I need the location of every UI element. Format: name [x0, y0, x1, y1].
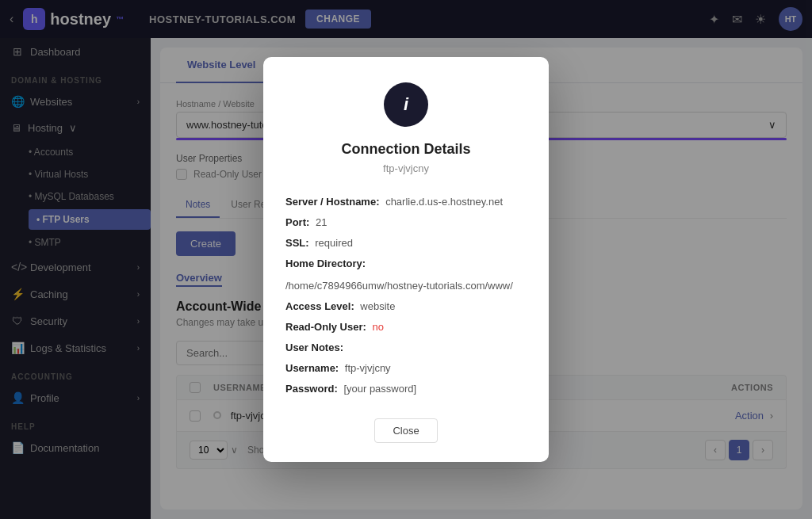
- detail-key-username: Username:: [285, 358, 339, 379]
- detail-server: Server / Hostname: charlie.d.us-e.hostne…: [285, 192, 527, 212]
- detail-homedir: Home Directory: /home/c7894966umw/hostne…: [285, 254, 527, 296]
- detail-key-access-level: Access Level:: [285, 296, 354, 317]
- detail-key-password: Password:: [285, 379, 338, 399]
- detail-val-username: ftp-vjvjcny: [345, 358, 391, 379]
- detail-key-homedir: Home Directory:: [285, 254, 366, 274]
- detail-val-server: charlie.d.us-e.hostney.net: [385, 192, 503, 212]
- detail-val-ssl: required: [315, 233, 353, 254]
- detail-val-access-level: website: [360, 296, 395, 317]
- modal-footer: Close: [285, 418, 527, 443]
- detail-val-port: 21: [316, 212, 327, 233]
- detail-key-server: Server / Hostname:: [285, 192, 380, 212]
- modal-details: Server / Hostname: charlie.d.us-e.hostne…: [285, 192, 527, 399]
- detail-key-notes: User Notes:: [285, 338, 343, 358]
- detail-val-password: [your password]: [343, 379, 416, 399]
- detail-key-port: Port:: [285, 212, 309, 233]
- detail-access-level: Access Level: website: [285, 296, 527, 317]
- detail-ssl: SSL: required: [285, 233, 527, 254]
- modal-overlay[interactable]: i Connection Details ftp-vjvjcny Server …: [0, 0, 812, 519]
- detail-key-readonly: Read-Only User:: [285, 317, 366, 338]
- connection-details-modal: i Connection Details ftp-vjvjcny Server …: [263, 57, 549, 462]
- detail-password: Password: [your password]: [285, 379, 527, 399]
- detail-port: Port: 21: [285, 212, 527, 233]
- modal-info-icon: i: [384, 82, 428, 127]
- modal-close-button[interactable]: Close: [374, 418, 437, 443]
- detail-username: Username: ftp-vjvjcny: [285, 358, 527, 379]
- detail-readonly: Read-Only User: no: [285, 317, 527, 338]
- detail-val-homedir: /home/c7894966umw/hostney-tutorials.com/…: [285, 276, 513, 296]
- detail-val-readonly: no: [373, 317, 384, 338]
- detail-key-ssl: SSL:: [285, 233, 309, 254]
- modal-title: Connection Details: [285, 141, 527, 158]
- modal-subtitle: ftp-vjvjcny: [285, 162, 527, 174]
- detail-notes: User Notes:: [285, 338, 527, 358]
